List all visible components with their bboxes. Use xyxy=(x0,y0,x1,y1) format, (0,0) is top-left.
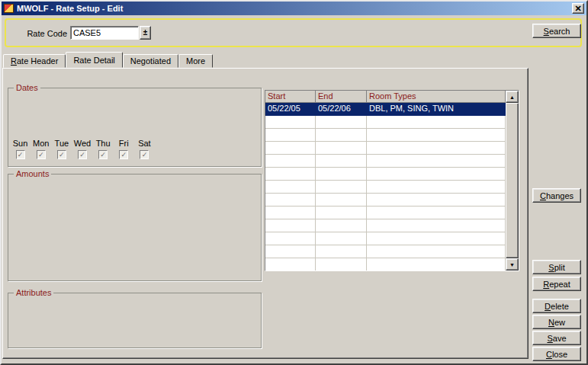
grid-row[interactable] xyxy=(265,245,519,258)
rate-code-input[interactable] xyxy=(70,26,139,40)
grid-row[interactable] xyxy=(265,219,519,232)
grid-row[interactable] xyxy=(265,194,519,207)
new-button[interactable]: New xyxy=(532,315,581,329)
check-icon: ✓ xyxy=(18,151,24,158)
weekday-label: Sat xyxy=(138,139,151,148)
amounts-group xyxy=(8,174,262,281)
titlebar[interactable]: MWOLF - Rate Setup - Edit ✕ xyxy=(2,2,586,15)
tab-more[interactable]: More xyxy=(178,54,213,68)
weekday-row: Sun✓ Mon✓ Tue✓ Wed✓ Thu✓ Fri✓ Sat✓ xyxy=(10,139,155,159)
rate-code-label: Rate Code xyxy=(12,29,67,39)
delete-button[interactable]: Delete xyxy=(532,299,581,313)
rate-grid: Start End Room Types 05/22/05 05/22/06 D… xyxy=(265,90,519,271)
weekday-label: Mon xyxy=(33,139,49,148)
tab-negotiated[interactable]: Negotiated xyxy=(123,54,178,68)
lov-icon: ± xyxy=(143,29,148,37)
scroll-up-icon: ▲ xyxy=(509,94,515,100)
titlebar-close-button[interactable]: ✕ xyxy=(572,3,584,14)
check-icon: ✓ xyxy=(59,151,65,158)
window-title: MWOLF - Rate Setup - Edit xyxy=(17,4,569,13)
weekday-checkbox[interactable]: ✓ xyxy=(119,150,128,159)
grid-row[interactable] xyxy=(265,258,519,271)
grid-row[interactable] xyxy=(265,181,519,194)
changes-button[interactable]: Changes xyxy=(532,188,581,203)
attributes-group-title: Attributes xyxy=(14,288,53,297)
scroll-up-button[interactable]: ▲ xyxy=(506,91,519,103)
grid-header-row: Start End Room Types xyxy=(265,91,519,103)
grid-row[interactable] xyxy=(265,155,519,168)
split-button[interactable]: Split xyxy=(532,260,581,274)
weekday-label: Sun xyxy=(13,139,28,148)
app-icon xyxy=(4,4,14,13)
amounts-group-title: Amounts xyxy=(14,169,51,178)
grid-row[interactable] xyxy=(265,142,519,155)
weekday-label: Fri xyxy=(119,139,129,148)
grid-cell-end: 05/22/06 xyxy=(316,103,367,116)
rate-code-lov-button[interactable]: ± xyxy=(140,26,151,40)
grid-cell-start: 05/22/05 xyxy=(265,103,316,116)
attributes-group xyxy=(8,293,262,348)
grid-row[interactable] xyxy=(265,207,519,219)
weekday-checkbox[interactable]: ✓ xyxy=(78,150,87,159)
weekday-checkbox[interactable]: ✓ xyxy=(140,150,149,159)
check-icon: ✓ xyxy=(100,151,106,158)
grid-row[interactable] xyxy=(265,129,519,142)
tab-rate-detail[interactable]: Rate Detail xyxy=(66,52,122,68)
grid-header-cell-room-types: Room Types xyxy=(367,91,506,103)
check-icon: ✓ xyxy=(79,151,85,158)
close-button[interactable]: Close xyxy=(532,347,581,361)
grid-scrollbar[interactable]: ▲ ▼ xyxy=(506,91,519,271)
grid-row[interactable] xyxy=(265,116,519,129)
weekday-checkbox[interactable]: ✓ xyxy=(98,150,108,159)
scroll-thumb[interactable] xyxy=(506,103,519,258)
grid-header-cell-start: Start xyxy=(265,91,316,103)
scroll-down-icon: ▼ xyxy=(509,262,515,267)
scroll-down-button[interactable]: ▼ xyxy=(506,258,519,271)
weekday-checkbox[interactable]: ✓ xyxy=(16,150,25,159)
repeat-button[interactable]: Repeat xyxy=(532,277,581,291)
close-icon: ✕ xyxy=(574,4,581,14)
tab-rate-header[interactable]: Rate Header xyxy=(3,54,66,68)
rate-setup-window: MWOLF - Rate Setup - Edit ✕ Rate Code ± … xyxy=(0,0,588,365)
search-button[interactable]: Search xyxy=(532,24,581,38)
grid-row[interactable] xyxy=(265,232,519,245)
grid-header-cell-end: End xyxy=(316,91,367,103)
grid-row[interactable]: 05/22/05 05/22/06 DBL, PM, SING, TWIN xyxy=(265,103,519,116)
grid-cell-room-types: DBL, PM, SING, TWIN xyxy=(367,103,506,116)
dates-group-title: Dates xyxy=(14,83,40,92)
grid-row[interactable] xyxy=(265,168,519,181)
tab-bar: Rate Header Rate Detail Negotiated More xyxy=(3,52,213,68)
weekday-checkbox[interactable]: ✓ xyxy=(37,150,46,159)
weekday-label: Wed xyxy=(74,139,91,148)
weekday-label: Thu xyxy=(96,139,111,148)
check-icon: ✓ xyxy=(38,151,44,158)
weekday-checkbox[interactable]: ✓ xyxy=(57,150,66,159)
check-icon: ✓ xyxy=(142,151,148,158)
weekday-label: Tue xyxy=(55,139,69,148)
check-icon: ✓ xyxy=(120,151,127,158)
save-button[interactable]: Save xyxy=(532,331,581,345)
